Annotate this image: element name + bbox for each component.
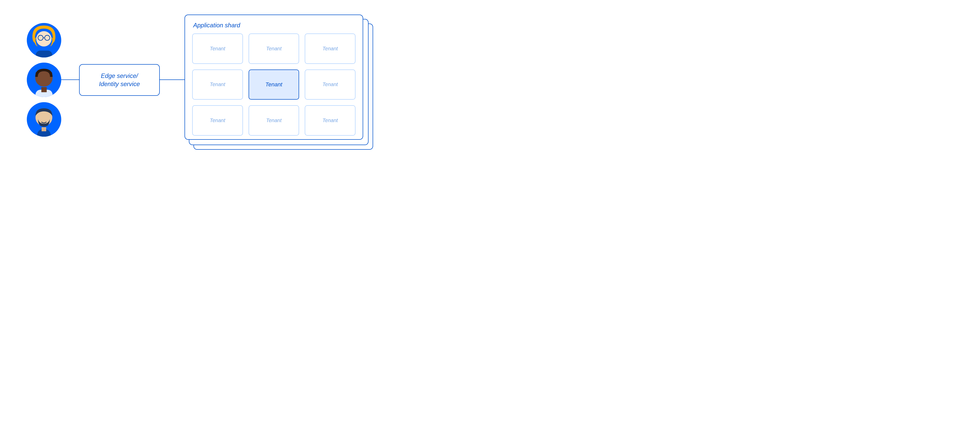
tenant-box: Tenant xyxy=(192,105,243,136)
person-icon xyxy=(27,62,61,97)
edge-service-label: Edge service/ Identity service xyxy=(99,72,140,88)
shard-card-front: Application shard TenantTenantTenantTena… xyxy=(185,14,363,140)
shard-title: Application shard xyxy=(193,22,355,29)
svg-rect-0 xyxy=(36,51,52,57)
tenant-box-active: Tenant xyxy=(248,70,299,100)
connector-line xyxy=(61,80,79,80)
user-avatar-3 xyxy=(27,102,61,137)
tenant-box: Tenant xyxy=(248,105,299,136)
person-icon xyxy=(27,23,61,57)
tenant-box: Tenant xyxy=(305,33,355,64)
text: Identity service xyxy=(99,80,140,88)
tenant-box: Tenant xyxy=(192,33,243,64)
user-avatars-column xyxy=(27,23,61,137)
tenant-box: Tenant xyxy=(192,70,243,100)
user-avatar-1 xyxy=(27,23,61,57)
tenant-grid: TenantTenantTenantTenantTenantTenantTena… xyxy=(192,33,355,136)
connector-line xyxy=(159,80,185,80)
architecture-diagram: Edge service/ Identity service Applicati… xyxy=(0,0,398,171)
tenant-box: Tenant xyxy=(248,33,299,64)
tenant-box: Tenant xyxy=(305,105,355,136)
svg-rect-6 xyxy=(41,87,47,92)
person-icon xyxy=(27,102,61,137)
tenant-box: Tenant xyxy=(305,70,355,100)
svg-rect-8 xyxy=(41,127,46,131)
user-avatar-2 xyxy=(27,62,61,97)
edge-service-node: Edge service/ Identity service xyxy=(79,64,160,96)
text: Edge service/ xyxy=(101,72,138,79)
